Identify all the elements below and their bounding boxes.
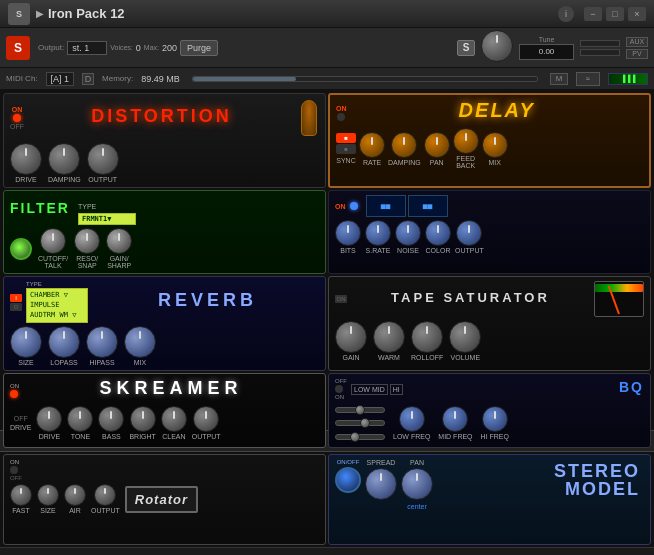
rolloff-knob[interactable] bbox=[411, 321, 443, 353]
volume-knob[interactable] bbox=[449, 321, 481, 353]
center-label: center bbox=[407, 503, 426, 510]
eq-fader-1[interactable] bbox=[335, 407, 385, 413]
eq-led[interactable] bbox=[335, 385, 343, 393]
delay-mix-label: MIX bbox=[488, 159, 500, 166]
output-dropdown[interactable]: st. 1 bbox=[67, 41, 107, 55]
sk-bass-knob[interactable] bbox=[98, 406, 124, 432]
sync-off[interactable]: ■ bbox=[336, 144, 356, 154]
sk-output-knob[interactable] bbox=[193, 406, 219, 432]
air-group: AIR bbox=[64, 484, 86, 514]
m-button[interactable]: M bbox=[550, 73, 568, 85]
rotator-label: Rotator bbox=[125, 486, 198, 513]
spread-knob[interactable] bbox=[365, 468, 397, 500]
sk-tone-group: TONE bbox=[67, 406, 93, 440]
rev-mix-knob[interactable] bbox=[124, 326, 156, 358]
pitch-slider[interactable] bbox=[580, 40, 620, 47]
s-button[interactable]: S bbox=[457, 40, 475, 56]
sk-clean-group: CLEAN bbox=[161, 406, 187, 440]
pan-stereo-knob[interactable] bbox=[401, 468, 433, 500]
filter-type-dropdown[interactable]: FRMNT1▼ bbox=[78, 213, 136, 225]
cutoff-knob[interactable] bbox=[40, 228, 66, 254]
bits-knob[interactable] bbox=[335, 220, 361, 246]
midi-dropdown[interactable]: [A] 1 bbox=[46, 72, 75, 86]
lopass-knob[interactable] bbox=[48, 326, 80, 358]
drive-knob[interactable] bbox=[10, 143, 42, 175]
hi-btn[interactable]: HI bbox=[390, 384, 403, 395]
srate-knob[interactable] bbox=[365, 220, 391, 246]
eq-mid-freq-group: MID FREQ bbox=[438, 406, 472, 440]
hipass-knob[interactable] bbox=[86, 326, 118, 358]
volume-group: VOLUME bbox=[449, 321, 481, 361]
tune-knob[interactable] bbox=[481, 30, 513, 62]
low-mid-btn[interactable]: LOW MID bbox=[351, 384, 388, 395]
stereo-onoff-knob[interactable] bbox=[335, 467, 361, 493]
noise-group: NOISE bbox=[395, 220, 421, 254]
pv-button[interactable]: PV bbox=[626, 49, 648, 59]
eq-off-label: OFF bbox=[335, 378, 347, 384]
sk-clean-knob[interactable] bbox=[161, 406, 187, 432]
delay-mix-knob[interactable] bbox=[482, 132, 508, 158]
size-knob[interactable] bbox=[10, 326, 42, 358]
distortion-led[interactable] bbox=[13, 114, 21, 122]
eq-mid-freq-knob[interactable] bbox=[442, 406, 468, 432]
mod-slider[interactable] bbox=[580, 49, 620, 56]
skreamer-panel: ON SKREAMER OFF DRIVE DRIVE TONE BASS bbox=[3, 373, 326, 448]
rotator-controls: FAST SIZE AIR OUTPUT Rotator bbox=[10, 484, 319, 514]
rot-led[interactable] bbox=[10, 466, 18, 474]
filter-led[interactable] bbox=[10, 238, 32, 260]
sk-tone-knob[interactable] bbox=[67, 406, 93, 432]
sk-led[interactable] bbox=[10, 390, 18, 398]
rot-size-knob[interactable] bbox=[37, 484, 59, 506]
reso-knob[interactable] bbox=[74, 228, 100, 254]
color-knob[interactable] bbox=[425, 220, 451, 246]
rev-on-switch[interactable]: I bbox=[10, 294, 22, 302]
info-icon[interactable]: i bbox=[558, 6, 574, 22]
app-title: Iron Pack 12 bbox=[48, 6, 558, 21]
noise-knob[interactable] bbox=[395, 220, 421, 246]
eq-low-freq-knob[interactable] bbox=[399, 406, 425, 432]
sync-switch[interactable]: ■ bbox=[336, 133, 356, 143]
reverb-type-display[interactable]: CHAMBER ▽IMPULSEAUDTRM WM ▽ bbox=[26, 288, 88, 323]
cutoff-label: CUTOFF/TALK bbox=[38, 255, 68, 269]
eq-panel: OFF ON LOW MID HI BQ LOW FREQ bbox=[328, 373, 651, 448]
delay-led[interactable] bbox=[337, 113, 345, 121]
d-button[interactable]: D bbox=[82, 73, 94, 85]
feedback-knob[interactable] bbox=[453, 128, 479, 154]
close-button[interactable]: × bbox=[628, 7, 646, 21]
output-group: OUTPUT bbox=[87, 143, 119, 183]
gain-knob[interactable] bbox=[106, 228, 132, 254]
tune-label: Tune bbox=[539, 36, 555, 43]
fast-knob[interactable] bbox=[10, 484, 32, 506]
aux-button[interactable]: AUX bbox=[626, 37, 648, 47]
sk-drive-knob[interactable] bbox=[36, 406, 62, 432]
eq-hi-freq-knob[interactable] bbox=[482, 406, 508, 432]
stereo-title: STEREO bbox=[554, 462, 640, 480]
maximize-button[interactable]: □ bbox=[606, 7, 624, 21]
warm-knob[interactable] bbox=[373, 321, 405, 353]
pan-knob[interactable] bbox=[424, 132, 450, 158]
purge-button[interactable]: Purge bbox=[180, 40, 218, 56]
delay-damping-knob[interactable] bbox=[391, 132, 417, 158]
bit-led[interactable] bbox=[350, 202, 358, 210]
minimize-button[interactable]: − bbox=[584, 7, 602, 21]
eq-fader-2[interactable] bbox=[335, 420, 385, 426]
tape-gain-knob[interactable] bbox=[335, 321, 367, 353]
skreamer-title: SKREAMER bbox=[23, 378, 319, 399]
tube-graphic bbox=[301, 100, 317, 136]
eq-fader-3[interactable] bbox=[335, 434, 385, 440]
rot-output-knob[interactable] bbox=[94, 484, 116, 506]
bit-output-knob[interactable] bbox=[456, 220, 482, 246]
air-knob[interactable] bbox=[64, 484, 86, 506]
pan-stereo-label: PAN bbox=[410, 459, 424, 466]
damping-label: DAMPING bbox=[48, 176, 81, 183]
rev-off-switch[interactable]: O bbox=[10, 303, 22, 311]
dist-output-knob[interactable] bbox=[87, 143, 119, 175]
extra-buttons: AUX PV bbox=[626, 37, 648, 59]
tape-gain-label: GAIN bbox=[342, 354, 359, 361]
tape-switch[interactable]: ON bbox=[335, 295, 347, 303]
tapesat-title: TAPE SATURATOR bbox=[351, 290, 590, 305]
sk-bright-knob[interactable] bbox=[130, 406, 156, 432]
rate-knob[interactable] bbox=[359, 132, 385, 158]
damping-knob[interactable] bbox=[48, 143, 80, 175]
bitcrusher-panel: ON ■■ ■■ BITS S.RATE NOISE COLOR bbox=[328, 190, 651, 274]
